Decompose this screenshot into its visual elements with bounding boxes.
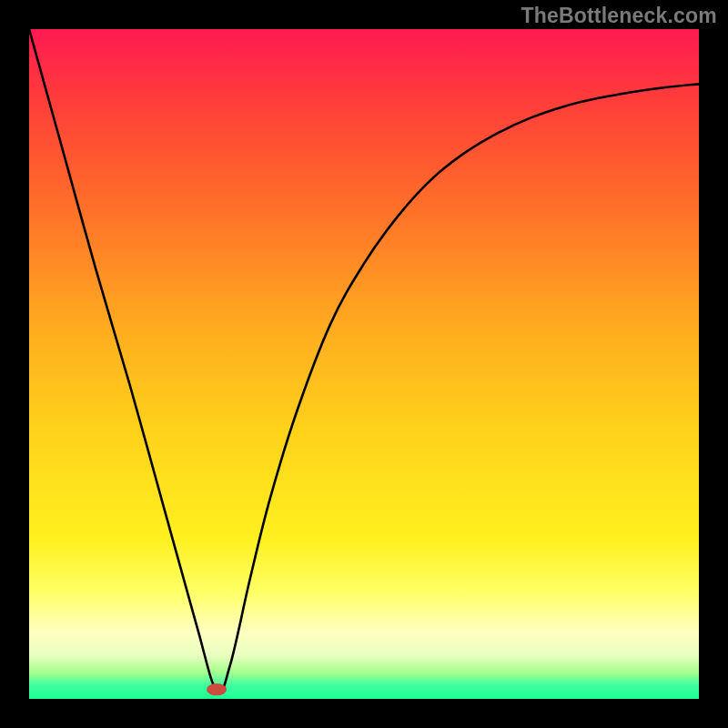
chart-canvas: [29, 29, 699, 699]
optimum-marker: [207, 683, 227, 695]
chart-frame: TheBottleneck.com: [0, 0, 728, 728]
gradient-background: [29, 29, 699, 699]
chart-plot-area: [29, 29, 699, 699]
watermark-text: TheBottleneck.com: [521, 4, 717, 28]
